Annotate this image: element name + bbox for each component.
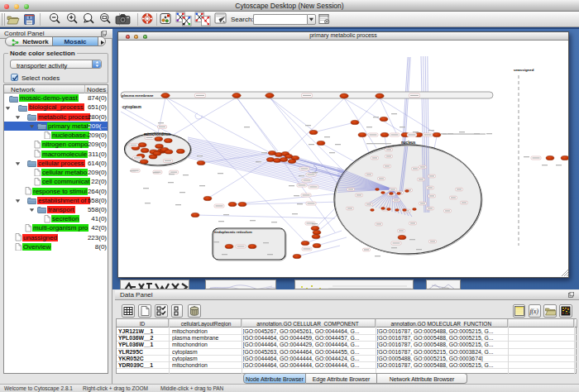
svg-text:cytoplasm: cytoplasm [122, 105, 141, 109]
svg-text:plasma membrane: plasma membrane [122, 93, 154, 98]
svg-text:unassigned: unassigned [514, 68, 534, 72]
svg-text:endoplasmic reticulum: endoplasmic reticulum [214, 230, 252, 234]
svg-text:nucleus: nucleus [401, 141, 416, 145]
svg-text:f(x): f(x) [530, 308, 539, 315]
svg-text:mitochondrion: mitochondrion [144, 132, 170, 136]
